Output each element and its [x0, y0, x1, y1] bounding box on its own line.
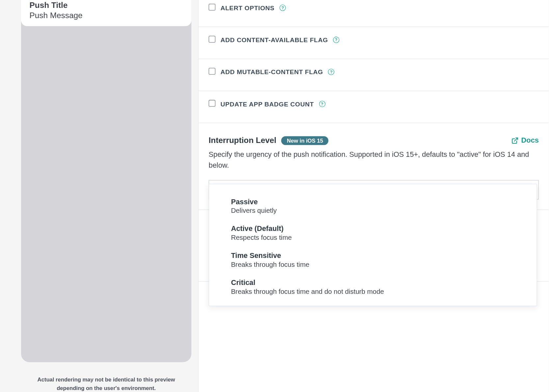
- push-message: Push Message: [30, 11, 183, 20]
- dropdown-option-desc: Breaks through focus time: [231, 261, 514, 268]
- option-update-badge[interactable]: UPDATE APP BADGE COUNT ?: [199, 91, 549, 123]
- dropdown-option-title: Passive: [231, 198, 514, 206]
- dropdown-option-desc: Breaks through focus time and do not dis…: [231, 288, 514, 295]
- option-label: ADD CONTENT-AVAILABLE FLAG: [220, 36, 328, 43]
- option-label: UPDATE APP BADGE COUNT: [220, 100, 314, 108]
- phone-preview: Push Title Push Message: [21, 0, 191, 362]
- dropdown-option-passive[interactable]: Passive Delivers quietly: [209, 194, 537, 221]
- dropdown-option-critical[interactable]: Critical Breaks through focus time and d…: [209, 275, 537, 302]
- dropdown-option-active[interactable]: Active (Default) Respects focus time: [209, 221, 537, 248]
- interruption-dropdown-menu: Passive Delivers quietly Active (Default…: [209, 184, 537, 306]
- option-alert-options[interactable]: ALERT OPTIONS ?: [199, 0, 549, 27]
- help-icon[interactable]: ?: [328, 69, 334, 75]
- option-content-available[interactable]: ADD CONTENT-AVAILABLE FLAG ?: [199, 27, 549, 59]
- interruption-header: Interruption Level New in iOS 15 Docs: [209, 136, 539, 145]
- dropdown-option-time-sensitive[interactable]: Time Sensitive Breaks through focus time: [209, 248, 537, 275]
- option-mutable-content[interactable]: ADD MUTABLE-CONTENT FLAG ?: [199, 59, 549, 91]
- help-icon[interactable]: ?: [280, 5, 286, 11]
- dropdown-option-title: Time Sensitive: [231, 252, 514, 260]
- preview-disclaimer: Actual rendering may not be identical to…: [21, 362, 191, 392]
- docs-link-label: Docs: [521, 136, 539, 145]
- checkbox-alert-options[interactable]: [209, 4, 215, 10]
- external-link-icon: [511, 137, 519, 144]
- svg-line-0: [514, 138, 518, 141]
- checkbox-update-badge[interactable]: [209, 100, 215, 106]
- dropdown-option-title: Critical: [231, 279, 514, 287]
- dropdown-option-title: Active (Default): [231, 225, 514, 233]
- option-label: ALERT OPTIONS: [220, 4, 274, 12]
- help-icon[interactable]: ?: [333, 37, 339, 43]
- checkbox-mutable-content[interactable]: [209, 68, 215, 74]
- settings-panel: ALERT OPTIONS ? ADD CONTENT-AVAILABLE FL…: [198, 0, 549, 392]
- push-title: Push Title: [30, 1, 183, 10]
- interruption-title: Interruption Level: [209, 136, 276, 145]
- docs-link[interactable]: Docs: [511, 136, 539, 145]
- checkbox-content-available[interactable]: [209, 36, 215, 42]
- interruption-description: Specify the urgency of the push notifica…: [209, 149, 539, 171]
- help-icon[interactable]: ?: [319, 101, 325, 107]
- badge-new-ios15: New in iOS 15: [281, 136, 328, 145]
- dropdown-option-desc: Delivers quietly: [231, 207, 514, 214]
- preview-panel: Push Title Push Message Actual rendering…: [0, 0, 198, 392]
- notification-card: Push Title Push Message: [21, 0, 191, 26]
- option-label: ADD MUTABLE-CONTENT FLAG: [220, 68, 323, 75]
- dropdown-option-desc: Respects focus time: [231, 234, 514, 241]
